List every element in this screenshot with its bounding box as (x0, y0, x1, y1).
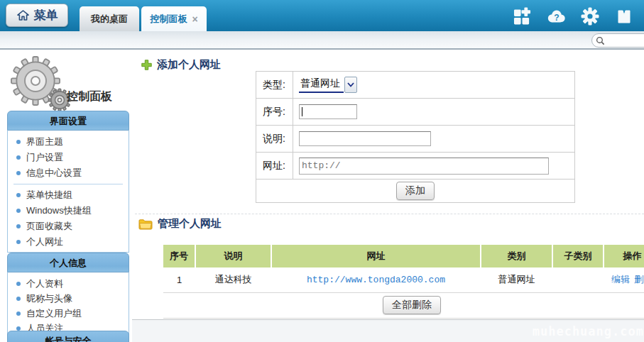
url-link[interactable]: http://www.tongda2000.com (307, 275, 445, 285)
add-url-title: 添加个人网址 (141, 58, 221, 72)
col-actions: 操作 (604, 245, 644, 267)
bottom-strip: muhechuang.com (132, 319, 644, 342)
add-plus-icon (141, 60, 152, 70)
tab-label: 我的桌面 (91, 13, 128, 26)
tab-control-panel[interactable]: 控制面板 × (141, 6, 207, 31)
sidebar-item-personal-urls[interactable]: 个人网址 (8, 234, 129, 250)
col-category: 类别 (481, 245, 552, 267)
sidebar-title: 控制面板 (67, 89, 112, 104)
logout-box-icon[interactable] (614, 7, 634, 26)
section-separator (135, 214, 644, 214)
table-header-row: 序号 说明 网址 类别 子类别 操作 (163, 245, 644, 267)
sidebar-item-menu-shortcuts[interactable]: 菜单快捷组 (8, 187, 129, 203)
search-input[interactable] (608, 35, 644, 46)
delete-link[interactable]: 删除 (634, 274, 644, 285)
type-label: 类型: (256, 72, 293, 99)
sidebar-section-personal-info: 个人信息 个人资料 昵称与头像 自定义用户组 人员关注 (7, 253, 129, 338)
sidebar-section-header[interactable]: 个人信息 (7, 253, 129, 272)
topbar-icon-group: ? (512, 7, 634, 26)
sidebar-item-theme[interactable]: 界面主题 (8, 134, 129, 150)
chevron-down-icon[interactable] (344, 77, 357, 93)
sidebar-section-header[interactable]: 界面设置 (7, 111, 129, 131)
cell-desc: 通达科技 (195, 267, 271, 292)
sidebar-divider (13, 184, 123, 184)
app-window: 菜单 我的桌面 控制面板 × (0, 0, 644, 342)
sidebar-item-nickname-avatar[interactable]: 昵称与头像 (8, 291, 129, 306)
sub-header-strip (0, 31, 644, 50)
edit-link[interactable]: 编辑 (611, 274, 630, 285)
sidebar-item-profile[interactable]: 个人资料 (8, 276, 129, 291)
manage-url-title-text: 管理个人网址 (158, 217, 222, 231)
col-desc: 说明 (195, 245, 271, 267)
folder-icon (138, 219, 153, 230)
sidebar-item-portal-settings[interactable]: 门户设置 (8, 150, 129, 165)
delete-all-button[interactable]: 全部删除 (383, 296, 441, 314)
sidebar-section-account-security: 帐号与安全 (7, 331, 129, 342)
settings-gear-icon[interactable] (580, 7, 600, 26)
cell-subcategory (552, 267, 604, 292)
add-button[interactable]: 添加 (396, 182, 435, 200)
sidebar-item-windows-shortcuts[interactable]: Windows快捷组 (8, 203, 129, 219)
svg-text:?: ? (554, 13, 559, 23)
add-url-form: 类型: 普通网址 序号: 说明: 网址: 添加 (256, 71, 575, 203)
table-footer-row: 全部删除 (163, 292, 644, 318)
sidebar-section-interface: 界面设置 界面主题 门户设置 信息中心设置 菜单快捷组 Windows快捷组 页… (7, 111, 129, 253)
url-table: 序号 说明 网址 类别 子类别 操作 1 通达科技 http://www.ton… (163, 245, 644, 319)
sidebar-item-page-favorites[interactable]: 页面收藏夹 (8, 219, 129, 234)
seq-label: 序号: (256, 99, 293, 126)
url-label: 网址: (256, 153, 293, 180)
type-select-value: 普通网址 (299, 77, 344, 93)
tab-label: 控制面板 (150, 13, 187, 26)
help-cloud-icon[interactable]: ? (546, 7, 566, 26)
col-url: 网址 (271, 245, 481, 267)
sidebar-item-infocenter-settings[interactable]: 信息中心设置 (8, 165, 129, 181)
col-seq: 序号 (163, 245, 195, 267)
gears-graphic (3, 54, 74, 114)
sidebar-section-header[interactable]: 帐号与安全 (7, 331, 129, 342)
cell-category: 普通网址 (481, 267, 552, 292)
cell-seq: 1 (163, 267, 195, 292)
seq-input[interactable] (299, 104, 357, 119)
tab-my-desktop[interactable]: 我的桌面 (80, 6, 139, 31)
search-icon (596, 36, 605, 45)
menu-button[interactable]: 菜单 (6, 4, 68, 27)
desc-label: 说明: (256, 126, 293, 153)
menu-button-label: 菜单 (34, 7, 58, 23)
add-app-icon[interactable] (512, 7, 532, 26)
url-input[interactable] (299, 158, 549, 175)
manage-url-title: 管理个人网址 (138, 217, 222, 231)
sidebar-item-custom-user-groups[interactable]: 自定义用户组 (8, 306, 129, 321)
desc-input[interactable] (299, 131, 431, 146)
col-subcategory: 子类别 (552, 245, 604, 267)
close-icon[interactable]: × (192, 14, 197, 24)
search-box[interactable] (591, 33, 644, 48)
top-bar: 菜单 我的桌面 控制面板 × (0, 0, 644, 31)
add-url-title-text: 添加个人网址 (157, 58, 221, 72)
home-icon (16, 9, 30, 21)
type-select[interactable]: 普通网址 (299, 77, 357, 93)
table-row: 1 通达科技 http://www.tongda2000.com 普通网址 编辑… (163, 267, 644, 292)
watermark: muhechuang.com (533, 324, 644, 338)
